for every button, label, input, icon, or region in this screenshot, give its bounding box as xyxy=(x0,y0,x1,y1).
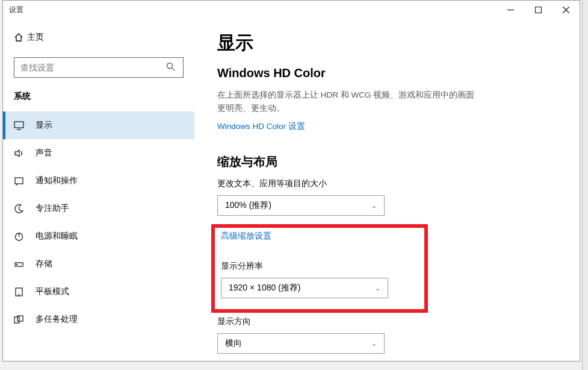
sidebar-item-storage[interactable]: 存储 xyxy=(3,250,194,278)
scale-layout-heading: 缩放与布局 xyxy=(217,154,557,170)
scale-combo[interactable]: 100% (推荐) ⌄ xyxy=(217,195,385,216)
sidebar-item-display[interactable]: 显示 xyxy=(3,111,194,139)
hd-color-description: 在上面所选择的显示器上让 HDR 和 WCG 视频、游戏和应用中的画面更明亮、更… xyxy=(217,89,476,114)
sidebar-section-title: 系统 xyxy=(3,78,194,109)
home-link[interactable]: 主页 xyxy=(14,26,184,49)
moon-icon xyxy=(14,204,36,214)
sidebar-item-label: 多任务处理 xyxy=(36,314,78,325)
minimize-button[interactable] xyxy=(497,1,524,19)
background-edge xyxy=(582,0,588,370)
window-controls xyxy=(497,1,580,19)
tablet-icon xyxy=(14,287,36,297)
nav-list: 显示 声音 通知和操作 专注助手 电源和睡眠 xyxy=(3,111,194,333)
titlebar: 设置 xyxy=(3,1,580,19)
svg-rect-15 xyxy=(14,317,19,323)
chevron-down-icon: ⌄ xyxy=(371,202,377,210)
svg-rect-16 xyxy=(17,316,23,321)
search-input-wrapper[interactable] xyxy=(14,57,184,78)
search-icon xyxy=(166,62,177,74)
svg-line-5 xyxy=(172,68,175,71)
close-button[interactable] xyxy=(552,1,580,19)
sidebar-item-focus-assist[interactable]: 专注助手 xyxy=(3,195,194,222)
monitor-icon xyxy=(14,121,36,131)
svg-point-12 xyxy=(16,264,17,265)
notifications-icon xyxy=(14,176,36,186)
sidebar-item-sound[interactable]: 声音 xyxy=(3,139,194,167)
orientation-label: 显示方向 xyxy=(217,316,557,327)
storage-icon xyxy=(14,259,36,269)
power-icon xyxy=(14,231,36,242)
sidebar-item-label: 电源和睡眠 xyxy=(36,231,78,242)
hd-color-settings-link[interactable]: Windows HD Color 设置 xyxy=(217,121,305,132)
sidebar-item-label: 存储 xyxy=(36,259,52,269)
orientation-combo-value: 横向 xyxy=(225,338,242,349)
orientation-combo[interactable]: 横向 ⌄ xyxy=(217,333,385,354)
sidebar-item-label: 显示 xyxy=(36,120,52,131)
window-body: 主页 系统 显示 声音 xyxy=(3,19,580,361)
sidebar-item-label: 专注助手 xyxy=(36,203,69,214)
page-title: 显示 xyxy=(217,31,557,55)
scale-label: 更改文本、应用等项目的大小 xyxy=(217,178,557,189)
sidebar-item-tablet-mode[interactable]: 平板模式 xyxy=(3,278,194,306)
scale-layout-section: 缩放与布局 更改文本、应用等项目的大小 100% (推荐) ⌄ 高级缩放设置 显… xyxy=(217,154,557,354)
maximize-button[interactable] xyxy=(524,1,552,19)
svg-rect-1 xyxy=(535,7,541,13)
sidebar-item-notifications[interactable]: 通知和操作 xyxy=(3,167,194,195)
scale-combo-value: 100% (推荐) xyxy=(225,200,271,211)
resolution-highlight: 高级缩放设置 显示分辨率 1920 × 1080 (推荐) ⌄ xyxy=(211,224,428,313)
advanced-scaling-link[interactable]: 高级缩放设置 xyxy=(221,231,271,242)
home-icon xyxy=(14,33,27,42)
sidebar-item-label: 通知和操作 xyxy=(36,175,78,186)
resolution-combo-value: 1920 × 1080 (推荐) xyxy=(229,283,300,293)
main-content: 显示 Windows HD Color 在上面所选择的显示器上让 HDR 和 W… xyxy=(194,19,580,361)
sidebar: 主页 系统 显示 声音 xyxy=(3,19,194,361)
sidebar-top: 主页 xyxy=(3,19,194,78)
home-label: 主页 xyxy=(27,32,44,43)
sidebar-item-power-sleep[interactable]: 电源和睡眠 xyxy=(3,222,194,250)
chevron-down-icon: ⌄ xyxy=(375,284,380,292)
sidebar-item-label: 平板模式 xyxy=(36,286,69,297)
chevron-down-icon: ⌄ xyxy=(371,340,377,348)
search-input[interactable] xyxy=(20,63,166,72)
sidebar-item-multitasking[interactable]: 多任务处理 xyxy=(3,306,194,333)
svg-rect-6 xyxy=(14,122,23,128)
svg-rect-8 xyxy=(15,178,23,184)
svg-point-4 xyxy=(167,63,173,68)
window-title: 设置 xyxy=(9,5,23,15)
settings-window: 设置 主页 系统 xyxy=(2,0,580,362)
resolution-combo[interactable]: 1920 × 1080 (推荐) ⌄ xyxy=(221,278,388,298)
multitasking-icon xyxy=(14,315,36,325)
sound-icon xyxy=(14,148,36,158)
sidebar-item-label: 声音 xyxy=(36,148,52,158)
hd-color-heading: Windows HD Color xyxy=(217,66,557,80)
resolution-label: 显示分辨率 xyxy=(221,261,413,272)
